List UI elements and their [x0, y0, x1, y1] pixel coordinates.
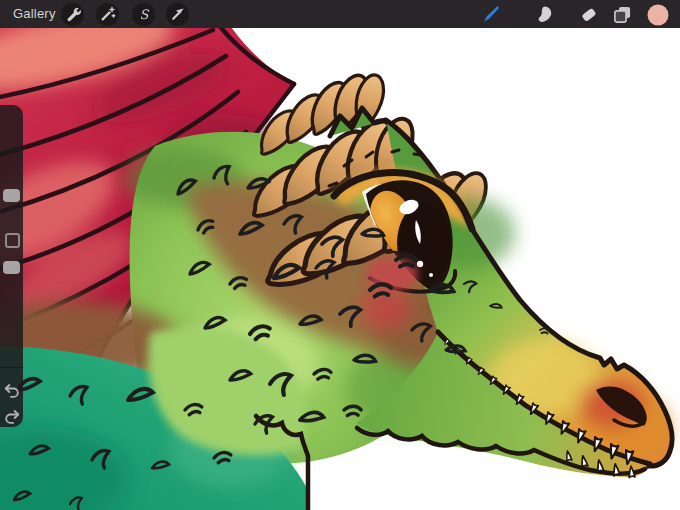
- layers-button[interactable]: [610, 2, 634, 26]
- brush-sidebar: [0, 105, 23, 427]
- opacity-slider[interactable]: [3, 261, 20, 274]
- eraser-icon: [579, 5, 598, 24]
- paint-tool-button[interactable]: [479, 2, 503, 26]
- svg-text:S: S: [139, 7, 149, 22]
- procreate-window: Gallery S: [0, 0, 680, 510]
- dinosaur-artwork: [0, 28, 680, 510]
- transform-arrow-icon: [170, 6, 186, 22]
- redo-arrow-icon: [4, 408, 20, 424]
- selection-button[interactable]: S: [132, 3, 155, 26]
- smudge-finger-icon: [534, 5, 553, 24]
- transform-button[interactable]: [166, 3, 189, 26]
- undo-arrow-icon: [4, 382, 20, 398]
- selection-s-icon: S: [136, 6, 152, 22]
- drawing-canvas[interactable]: [0, 28, 680, 510]
- color-button[interactable]: [646, 3, 670, 27]
- undo-button[interactable]: [4, 382, 20, 398]
- top-toolbar: Gallery S: [0, 0, 680, 28]
- sidebar-divider: [0, 367, 23, 368]
- brush-size-slider[interactable]: [3, 189, 20, 202]
- layers-icon: [613, 5, 632, 24]
- gallery-button[interactable]: Gallery: [13, 0, 56, 28]
- magic-wand-icon: [100, 6, 116, 22]
- wrench-icon: [65, 6, 81, 22]
- modify-button[interactable]: [5, 233, 20, 248]
- paintbrush-icon: [481, 4, 501, 24]
- actions-button[interactable]: [61, 3, 84, 26]
- redo-button[interactable]: [4, 408, 20, 424]
- adjustments-button[interactable]: [96, 3, 119, 26]
- color-swatch: [647, 4, 669, 26]
- erase-tool-button[interactable]: [576, 2, 600, 26]
- smudge-tool-button[interactable]: [531, 2, 555, 26]
